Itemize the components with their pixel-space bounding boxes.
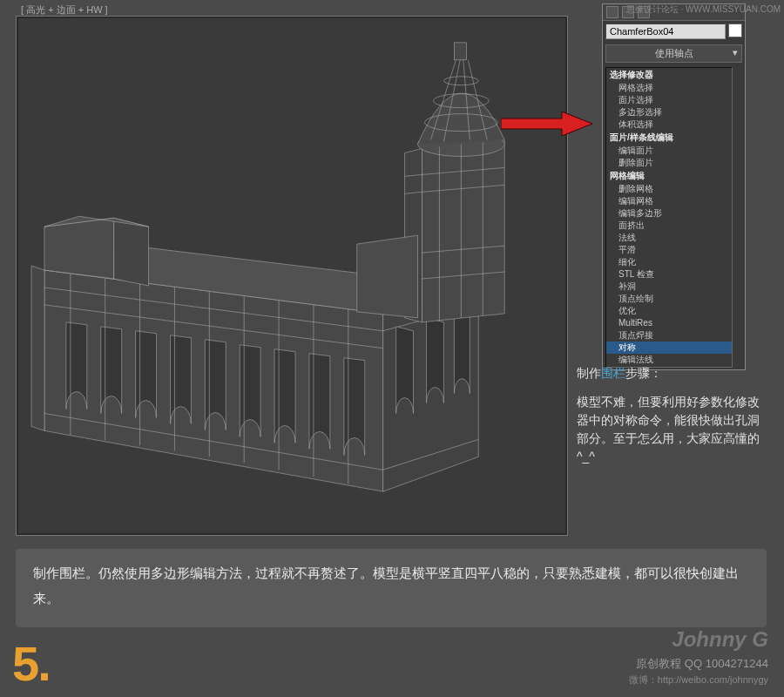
caption-box: 制作围栏。仍然使用多边形编辑方法，过程就不再赘述了。模型是横平竖直四平八稳的，只…	[16, 549, 767, 627]
list-category: 网格编辑	[606, 169, 732, 183]
list-item[interactable]: 对称	[606, 342, 732, 354]
svg-marker-3	[31, 266, 44, 430]
modifier-panel: ChamferBox04 使用轴点 选择修改器网格选择面片选择多边形选择体积选择…	[602, 3, 746, 370]
list-category: 选择修改器	[606, 68, 732, 82]
list-item[interactable]: 法线	[606, 232, 732, 244]
caption-text: 制作围栏。仍然使用多边形编辑方法，过程就不再赘述了。模型是横平竖直四平八稳的，只…	[33, 565, 739, 606]
list-item[interactable]: 顶点绘制	[606, 293, 732, 305]
list-item[interactable]: 编辑面片	[606, 145, 732, 157]
object-color-swatch[interactable]	[728, 24, 742, 37]
instruction-text: 制作围栏步骤： 模型不难，但要利用好参数化修改器中的对称命令，能很快做出孔洞部分…	[577, 364, 760, 466]
list-item[interactable]: 体积选择	[606, 118, 732, 131]
author-signature: Johnny G 原创教程 QQ 1004271244 微博：http://we…	[629, 624, 768, 687]
list-item[interactable]: 网格选择	[606, 82, 732, 94]
modifier-dropdown[interactable]: 使用轴点	[605, 44, 742, 63]
viewport-canvas[interactable]: .wl{stroke:#fff;stroke-width:0.6;fill:no…	[18, 18, 565, 533]
svg-rect-28	[454, 43, 466, 60]
svg-marker-42	[501, 112, 592, 136]
svg-marker-41	[357, 235, 418, 318]
tab-icon[interactable]	[606, 6, 618, 18]
list-item[interactable]: STL 检查	[606, 268, 732, 281]
author-line1: 原创教程 QQ 1004271244	[629, 655, 768, 673]
list-item[interactable]: MultiRes	[606, 317, 732, 329]
list-item[interactable]: 顶点焊接	[606, 329, 732, 342]
instruction-body: 模型不难，但要利用好参数化修改器中的对称命令，能很快做出孔洞部分。至于怎么用，大…	[577, 393, 760, 466]
scrollbar[interactable]: ▴ ▾	[732, 68, 733, 367]
svg-marker-39	[114, 218, 149, 286]
watermark: 思缘设计论坛 · WWW.MISSYUAN.COM	[626, 3, 781, 16]
list-item[interactable]: 优化	[606, 305, 732, 317]
object-name-field[interactable]: ChamferBox04	[605, 24, 726, 39]
list-item[interactable]: 补洞	[606, 281, 732, 293]
author-line2: 微博：http://weibo.com/johnnygy	[629, 673, 768, 687]
list-item[interactable]: 编辑网格	[606, 195, 732, 207]
wireframe-model: .wl{stroke:#fff;stroke-width:0.6;fill:no…	[18, 18, 565, 533]
viewport-3d[interactable]: .wl{stroke:#fff;stroke-width:0.6;fill:no…	[16, 16, 568, 536]
list-item[interactable]: 平滑	[606, 244, 732, 256]
list-item[interactable]: 面挤出	[606, 220, 732, 232]
author-name: Johnny G	[629, 624, 768, 655]
list-item[interactable]: 多边形选择	[606, 106, 732, 118]
modifier-list[interactable]: 选择修改器网格选择面片选择多边形选择体积选择面片/样条线编辑编辑面片删除面片网格…	[605, 67, 733, 368]
step-number: 5.	[12, 635, 50, 692]
text: 步骤：	[625, 366, 662, 380]
svg-marker-38	[44, 218, 114, 279]
highlight-text: 围栏	[601, 366, 625, 380]
list-item[interactable]: 细化	[606, 256, 732, 268]
text: 制作	[577, 366, 601, 380]
list-category: 面片/样条线编辑	[606, 131, 732, 145]
list-item[interactable]: 删除网格	[606, 183, 732, 195]
list-item[interactable]: 面片选择	[606, 94, 732, 106]
list-item[interactable]: 编辑多边形	[606, 207, 732, 220]
svg-marker-18	[422, 140, 504, 322]
viewport-label: [ 高光 + 边面 + HW ]	[21, 3, 108, 17]
red-arrow-icon	[501, 112, 592, 136]
list-item[interactable]: 删除面片	[606, 157, 732, 169]
